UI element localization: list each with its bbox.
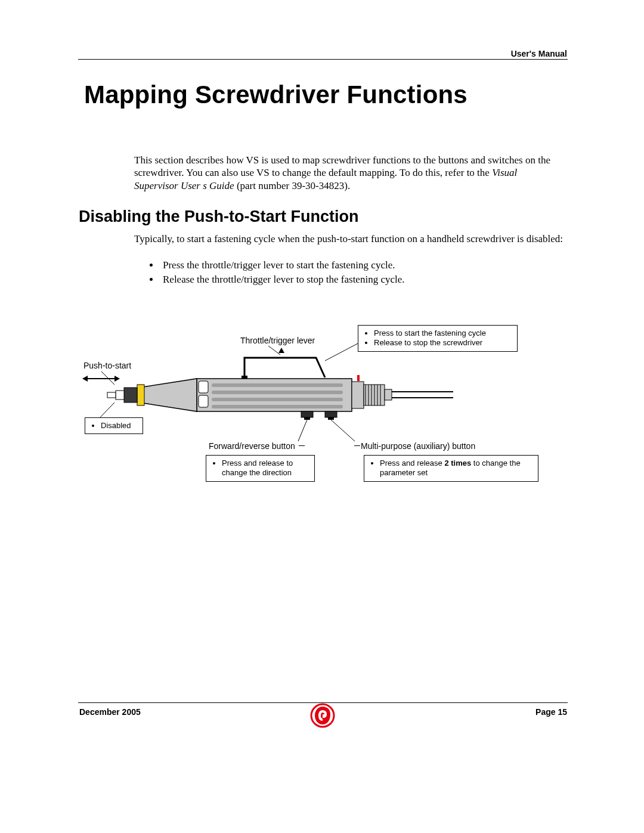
cp-logo-icon: [310, 703, 335, 728]
header-label: User's Manual: [511, 49, 567, 58]
aux-box-item: Press and release 2 times to change the …: [380, 459, 533, 478]
intro-paragraph: This section describes how VS is used to…: [134, 154, 564, 192]
svg-rect-25: [301, 411, 313, 417]
aux-box: Press and release 2 times to change the …: [364, 455, 538, 482]
svg-rect-8: [137, 385, 144, 405]
svg-line-32: [98, 402, 114, 419]
svg-rect-10: [116, 391, 124, 400]
aux-button-label: Multi-purpose (auxiliary) button: [361, 441, 475, 451]
arrow-right-icon: [114, 376, 120, 382]
svg-marker-7: [143, 379, 197, 411]
svg-rect-12: [352, 382, 364, 408]
svg-line-33: [298, 420, 307, 441]
svg-rect-21: [357, 375, 360, 381]
forward-reverse-box: Press and release to change the directio…: [206, 455, 315, 482]
leader-line: [299, 445, 305, 446]
svg-rect-2: [212, 391, 343, 394]
svg-line-34: [331, 420, 355, 441]
page: User's Manual Mapping Screwdriver Functi…: [0, 0, 644, 833]
page-title: Mapping Screwdriver Functions: [84, 80, 467, 109]
arrow-line: [88, 378, 114, 379]
svg-rect-1: [212, 383, 343, 387]
svg-rect-9: [124, 388, 137, 402]
svg-rect-26: [325, 411, 337, 417]
intro-text-2: (part number 39-30-34823).: [234, 180, 351, 191]
bullet-item: Press the throttle/trigger lever to star…: [160, 259, 577, 271]
svg-line-30: [325, 343, 359, 361]
svg-rect-28: [328, 417, 334, 420]
aux-box-bold: 2 times: [444, 459, 471, 467]
bullet-list: Press the throttle/trigger lever to star…: [148, 259, 577, 288]
body-text: Typically, to start a fastening cycle wh…: [134, 233, 564, 245]
forward-reverse-label: Forward/reverse button: [209, 441, 295, 451]
arrow-left-icon: [82, 376, 88, 382]
throttle-label: Throttle/trigger lever: [240, 336, 315, 345]
forward-reverse-box-item: Press and release to change the directio…: [222, 459, 309, 478]
svg-rect-4: [212, 405, 343, 408]
svg-rect-27: [304, 417, 310, 420]
intro-text-1: This section describes how VS is used to…: [134, 154, 550, 178]
svg-rect-11: [107, 392, 116, 398]
svg-rect-5: [199, 381, 208, 393]
push-to-start-state: Disabled: [101, 421, 138, 431]
arrow-up-icon: [278, 348, 284, 353]
svg-rect-24: [242, 376, 247, 379]
throttle-box-item: Press to start the fastening cycle: [374, 329, 512, 338]
push-to-start-box: Disabled: [85, 417, 143, 434]
section-heading: Disabling the Push-to-Start Function: [79, 208, 358, 226]
push-to-start-label: Push-to-start: [83, 361, 131, 370]
header-rule: [78, 59, 568, 60]
footer-date: December 2005: [79, 707, 141, 717]
svg-rect-20: [385, 389, 392, 400]
throttle-box-item: Release to stop the screwdriver: [374, 338, 512, 348]
svg-rect-3: [212, 398, 343, 401]
footer-page: Page 15: [535, 707, 567, 717]
bullet-item: Release the throttle/trigger lever to st…: [160, 274, 577, 286]
svg-rect-6: [199, 395, 208, 407]
throttle-box: Press to start the fastening cycle Relea…: [358, 325, 518, 352]
leader-line: [354, 445, 360, 446]
screwdriver-diagram: Push-to-start Disabled Throttle/trigger …: [89, 325, 555, 498]
aux-box-text: Press and release: [380, 459, 444, 467]
